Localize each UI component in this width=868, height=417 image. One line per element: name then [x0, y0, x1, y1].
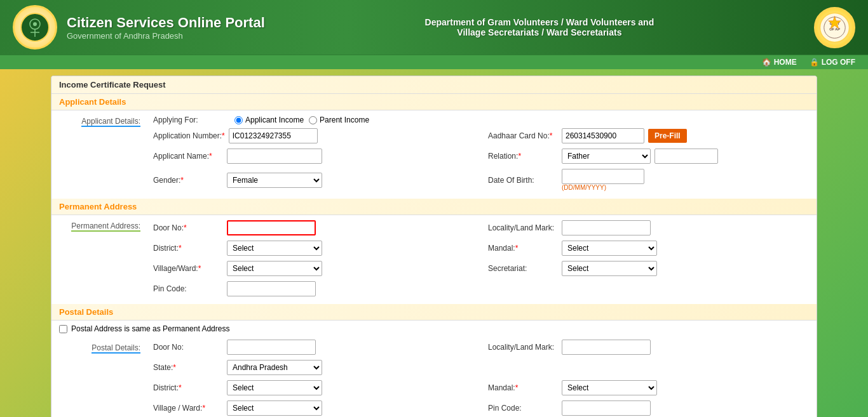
postal-state-label: State:* — [153, 363, 223, 372]
svg-point-0 — [21, 13, 49, 41]
dob-field: Date Of Birth: (DD/MM/YYYY) — [488, 169, 810, 191]
perm-district-mandal-row: District:* Select Mandal:* Select — [153, 241, 810, 258]
postal-state-row: State:* Andhra Pradesh Telangana Karnata… — [153, 360, 810, 378]
app-number-label: Application Number:* — [153, 131, 225, 140]
postal-state-field: State:* Andhra Pradesh Telangana Karnata… — [153, 360, 475, 375]
perm-locality-field: Locality/Land Mark: — [488, 220, 810, 235]
parent-income-label: Parent Income — [320, 116, 369, 124]
relation-extra-input[interactable] — [654, 149, 718, 164]
postal-mandal-field: Mandal:* Select — [488, 380, 810, 395]
postal-mandal-label: Mandal:* — [488, 383, 558, 392]
form-title-text: Income Certificate Request — [59, 80, 166, 89]
perm-pincode-row: Pin Code: — [153, 281, 810, 296]
postal-locality-input[interactable] — [562, 340, 651, 355]
header-right: GOVT OF AP — [814, 7, 855, 48]
perm-secretariat-field: Secretariat: Select — [488, 261, 810, 276]
parent-income-option[interactable]: Parent Income — [309, 116, 369, 124]
postal-empty-right — [488, 360, 810, 375]
perm-door-field: Door No:* — [153, 220, 475, 235]
form-title-header: Income Certificate Request — [51, 76, 817, 94]
postal-door-label: Door No: — [153, 343, 223, 352]
applicant-income-radio[interactable] — [234, 116, 243, 124]
app-number-field: Application Number:* — [153, 128, 475, 143]
applicant-income-label: Applicant Income — [245, 116, 304, 124]
perm-locality-label: Locality/Land Mark: — [488, 223, 558, 232]
applicant-income-option[interactable]: Applicant Income — [234, 116, 304, 124]
dob-hint: (DD/MM/YYYY) — [562, 184, 644, 191]
perm-village-field: Village/Ward:* Select — [153, 261, 475, 276]
postal-door-locality-row: Door No: Locality/Land Mark: — [153, 340, 810, 357]
dob-label: Date Of Birth: — [488, 176, 558, 185]
perm-mandal-field: Mandal:* Select — [488, 241, 810, 256]
postal-district-field: District:* Select — [153, 380, 475, 395]
perm-district-select[interactable]: Select — [227, 241, 322, 256]
parent-income-radio[interactable] — [309, 116, 317, 124]
svg-point-2 — [33, 22, 37, 26]
perm-mandal-label: Mandal:* — [488, 244, 558, 253]
gender-label: Gender:* — [153, 176, 223, 185]
aadhaar-input[interactable] — [562, 128, 644, 143]
home-label: HOME — [774, 58, 797, 67]
applicant-side-label-text: Applicant Details: — [81, 117, 140, 127]
prefill-button[interactable]: Pre-Fill — [648, 129, 687, 143]
applicant-name-input[interactable] — [227, 149, 322, 164]
main-content: Income Certificate Request Applicant Det… — [51, 76, 817, 417]
postal-village-field: Village / Ward:* Select — [153, 400, 475, 416]
relation-select[interactable]: Father Mother Self Guardian — [562, 149, 651, 164]
perm-secretariat-label: Secretariat: — [488, 264, 558, 273]
perm-door-label: Door No:* — [153, 223, 223, 232]
ap-emblem: GOVT OF AP — [814, 7, 855, 48]
postal-door-field: Door No: — [153, 340, 475, 355]
same-address-row: Postal Address is same as Permanent Addr… — [51, 321, 817, 337]
lock-icon: 🔒 — [810, 58, 819, 67]
perm-district-label: District:* — [153, 244, 223, 253]
perm-pincode-label: Pin Code: — [153, 284, 223, 293]
postal-locality-label: Locality/Land Mark: — [488, 343, 558, 352]
app-number-input[interactable] — [229, 128, 318, 143]
postal-state-select[interactable]: Andhra Pradesh Telangana Karnataka Tamil… — [227, 360, 322, 375]
aadhaar-field: Aadhaar Card No:* Pre-Fill — [488, 128, 810, 143]
perm-pincode-input[interactable] — [227, 281, 316, 296]
header-left: Citizen Services Online Portal Governmen… — [13, 5, 265, 50]
postal-village-label: Village / Ward:* — [153, 404, 223, 413]
applicant-name-field: Applicant Name:* — [153, 149, 475, 164]
gender-dob-row: Gender:* Male Female Transgender Date Of… — [153, 169, 810, 194]
same-address-checkbox[interactable] — [59, 325, 67, 333]
perm-village-select[interactable]: Select — [227, 261, 322, 276]
dept-line1: Department of Gram Volunteers / Ward Vol… — [425, 17, 654, 27]
name-relation-row: Applicant Name:* Relation:* Father Mothe… — [153, 149, 810, 166]
perm-locality-input[interactable] — [562, 220, 651, 235]
permanent-section-label: Permanent Address — [59, 202, 137, 211]
dob-input[interactable] — [562, 169, 644, 184]
relation-label: Relation:* — [488, 152, 558, 161]
postal-door-input[interactable] — [227, 340, 316, 355]
header-dept: Department of Gram Volunteers / Ward Vol… — [425, 17, 654, 37]
postal-district-label: District:* — [153, 383, 223, 392]
header-title: Citizen Services Online Portal Governmen… — [67, 15, 265, 41]
gender-select[interactable]: Male Female Transgender — [227, 173, 322, 188]
postal-district-mandal-row: District:* Select Mandal:* Select — [153, 380, 810, 398]
postal-mandal-select[interactable]: Select — [562, 380, 657, 395]
home-link[interactable]: 🏠 HOME — [762, 58, 797, 67]
applying-for-label: Applying For: — [153, 116, 229, 124]
perm-mandal-select[interactable]: Select — [562, 241, 657, 256]
postal-village-select[interactable]: Select — [227, 400, 322, 416]
applicant-section-label: Applicant Details — [59, 97, 126, 107]
logoff-link[interactable]: 🔒 LOG OFF — [810, 58, 855, 67]
portal-name: Citizen Services Online Portal — [67, 15, 265, 31]
perm-door-locality-row: Door No:* Locality/Land Mark: — [153, 220, 810, 238]
perm-door-input[interactable] — [227, 220, 316, 235]
same-address-label: Postal Address is same as Permanent Addr… — [71, 324, 229, 333]
permanent-side-label-text: Permanent Address: — [71, 222, 140, 232]
postal-side-label: Postal Details: — [51, 337, 147, 354]
permanent-section-header: Permanent Address — [51, 199, 817, 215]
applicant-side-label: Applicant Details: — [51, 110, 147, 127]
gender-field: Gender:* Male Female Transgender — [153, 169, 475, 191]
postal-section-header: Postal Details — [51, 304, 817, 321]
applicant-section-header: Applicant Details — [51, 94, 817, 110]
perm-secretariat-select[interactable]: Select — [562, 261, 657, 276]
permanent-side-label: Permanent Address: — [51, 215, 147, 232]
postal-pincode-label: Pin Code: — [488, 404, 558, 413]
postal-district-select[interactable]: Select — [227, 380, 322, 395]
postal-pincode-input[interactable] — [562, 400, 651, 416]
